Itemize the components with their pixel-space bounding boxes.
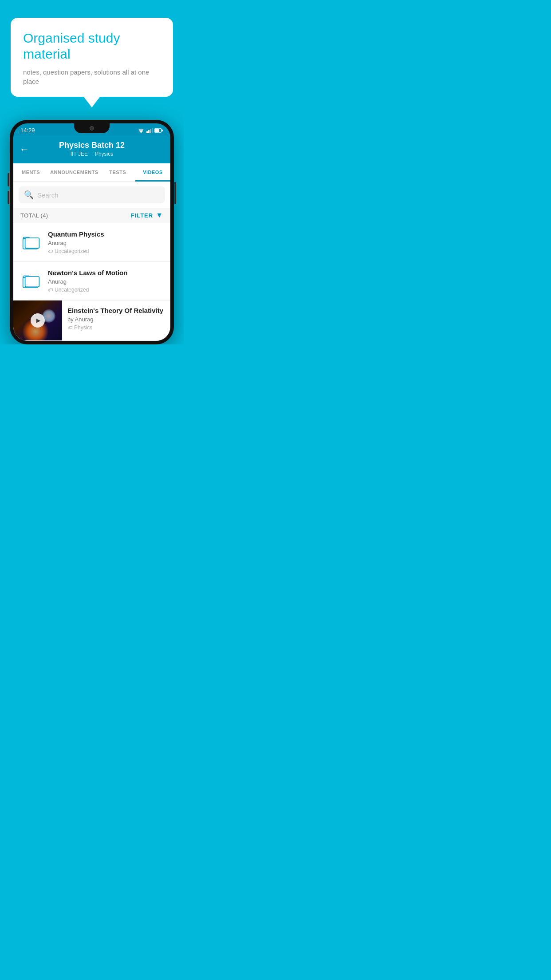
video-author: by Anurag [67,316,165,323]
tag-icon: 🏷 [48,249,53,254]
video-title: Einstein's Theory Of Relativity [67,307,165,314]
bubble-subtitle: notes, question papers, solutions all at… [23,67,161,86]
video-category: 🏷 Physics [67,324,165,331]
video-category: 🏷 Uncategorized [48,287,163,293]
video-title: Quantum Physics [48,230,163,238]
list-item[interactable]: Newton's Laws of Motion Anurag 🏷 Uncateg… [13,262,170,300]
tab-tests[interactable]: TESTS [100,163,135,182]
status-bar: 14:29 [13,123,170,135]
filter-bar: TOTAL (4) FILTER ▼ [13,208,170,223]
wifi-icon [138,128,145,133]
svg-rect-7 [155,129,159,132]
notch [74,123,110,133]
folder-icon-newton [20,269,42,293]
tag-iit-jee: IIT JEE [71,151,88,157]
video-info-newton: Newton's Laws of Motion Anurag 🏷 Uncateg… [48,269,163,293]
svg-rect-5 [152,128,153,133]
status-icons [138,128,163,133]
tag-physics: Physics [95,151,113,157]
phone-container: 14:29 [10,120,174,344]
video-info-quantum: Quantum Physics Anurag 🏷 Uncategorized [48,230,163,254]
side-button-volume-down [8,191,9,204]
tag-icon: 🏷 [48,287,53,292]
camera [90,126,94,130]
side-button-power [174,182,176,204]
total-label: TOTAL (4) [20,212,48,219]
video-info-einstein: Einstein's Theory Of Relativity by Anura… [62,300,170,337]
tab-ments[interactable]: MENTS [13,163,48,182]
folder-icon-quantum [20,230,42,254]
search-input[interactable]: Search [37,191,160,199]
video-category: 🏷 Uncategorized [48,248,163,254]
header-title: Physics Batch 12 [59,141,125,150]
search-bar[interactable]: 🔍 Search [19,186,165,203]
app-header: ← Physics Batch 12 IIT JEE Physics [13,135,170,163]
svg-rect-3 [148,130,150,133]
svg-rect-12 [25,277,39,287]
video-author: Anurag [48,278,163,285]
category-label: Physics [74,324,92,331]
status-time: 14:29 [20,127,35,134]
list-item[interactable]: Einstein's Theory Of Relativity by Anura… [13,300,170,341]
filter-button[interactable]: FILTER ▼ [131,211,163,219]
category-label: Uncategorized [55,248,89,254]
header-subtitle: IIT JEE Physics [71,151,113,157]
svg-rect-10 [25,238,39,248]
category-label: Uncategorized [55,287,89,293]
play-button[interactable] [31,313,45,328]
signal-icon [146,128,153,133]
speech-bubble: Organised study material notes, question… [11,18,173,97]
video-author: Anurag [48,240,163,246]
tabs-bar: MENTS ANNOUNCEMENTS TESTS VIDEOS [13,163,170,182]
back-button[interactable]: ← [20,144,29,155]
video-list: Quantum Physics Anurag 🏷 Uncategorized [13,223,170,341]
video-title: Newton's Laws of Motion [48,269,163,277]
list-item[interactable]: Quantum Physics Anurag 🏷 Uncategorized [13,223,170,262]
filter-icon: ▼ [156,211,163,219]
phone: 14:29 [10,120,174,344]
svg-rect-8 [162,130,163,131]
battery-icon [154,128,163,133]
tab-videos[interactable]: VIDEOS [135,163,170,182]
svg-rect-2 [146,131,148,133]
bubble-title: Organised study material [23,30,161,62]
speech-bubble-section: Organised study material notes, question… [0,0,184,97]
tag-icon: 🏷 [67,325,72,330]
svg-rect-4 [150,129,151,133]
tab-announcements[interactable]: ANNOUNCEMENTS [48,163,100,182]
filter-label: FILTER [131,212,153,219]
search-bar-wrap: 🔍 Search [13,182,170,208]
video-thumbnail-einstein [13,300,62,340]
svg-marker-1 [138,129,144,132]
side-button-volume-up [8,173,9,186]
search-icon: 🔍 [24,190,34,200]
phone-mockup-wrap: 14:29 [0,120,184,344]
